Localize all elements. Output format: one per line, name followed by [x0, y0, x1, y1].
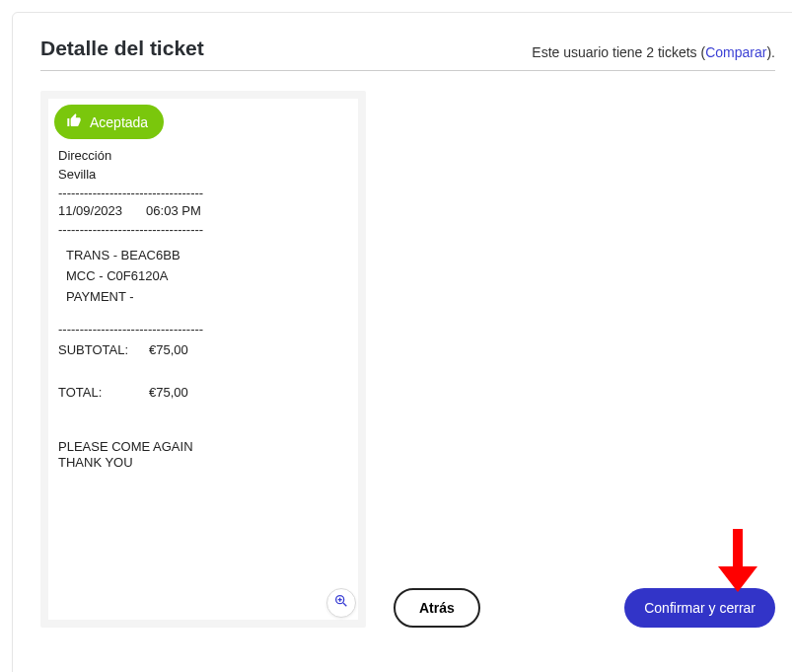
actions-column: Atrás Confirmar y cerrar: [394, 91, 775, 628]
magnifier-plus-icon: [333, 593, 349, 613]
svg-line-3: [343, 603, 346, 606]
receipt-date: 11/09/2023: [58, 203, 122, 218]
total-value: €75,00: [149, 385, 188, 400]
back-button[interactable]: Atrás: [394, 588, 480, 628]
button-row: Atrás Confirmar y cerrar: [394, 588, 775, 628]
subtotal-label: SUBTOTAL:: [58, 342, 131, 357]
body-row: Aceptada Dirección Sevilla -------------…: [40, 91, 775, 628]
receipt-trans: TRANS - BEAC6BB: [66, 248, 348, 262]
subtotal-value: €75,00: [149, 342, 188, 357]
receipt-payment: PAYMENT -: [66, 289, 348, 304]
header-row: Detalle del ticket Este usuario tiene 2 …: [40, 37, 775, 71]
ticket-detail-card: Detalle del ticket Este usuario tiene 2 …: [12, 12, 792, 672]
total-label: TOTAL:: [58, 385, 131, 400]
status-badge: Aceptada: [54, 105, 164, 139]
zoom-in-button[interactable]: [326, 588, 356, 618]
receipt-footer-line-1: PLEASE COME AGAIN: [58, 439, 348, 455]
receipt-city: Sevilla: [58, 167, 348, 182]
compare-link[interactable]: Comparar: [705, 44, 766, 60]
confirm-close-button[interactable]: Confirmar y cerrar: [624, 588, 775, 628]
status-badge-label: Aceptada: [90, 114, 148, 130]
receipt-divider: ----------------------------------: [58, 222, 348, 237]
ticket-image-container: Aceptada Dirección Sevilla -------------…: [40, 91, 366, 628]
receipt-time: 06:03 PM: [146, 203, 201, 218]
receipt-address-label: Dirección: [58, 148, 348, 163]
subtitle-suffix: ).: [766, 44, 775, 60]
receipt-footer-line-2: THANK YOU: [58, 455, 348, 471]
receipt-content: Dirección Sevilla ----------------------…: [48, 99, 358, 620]
receipt-divider: ----------------------------------: [58, 322, 348, 336]
ticket-count-text: Este usuario tiene 2 tickets (Comparar).: [532, 44, 775, 60]
thumbs-up-icon: [66, 112, 82, 131]
subtitle-prefix: Este usuario tiene 2 tickets (: [532, 44, 705, 60]
page-title: Detalle del ticket: [40, 37, 204, 60]
receipt-divider: ----------------------------------: [58, 186, 348, 200]
receipt-mcc: MCC - C0F6120A: [66, 268, 348, 283]
